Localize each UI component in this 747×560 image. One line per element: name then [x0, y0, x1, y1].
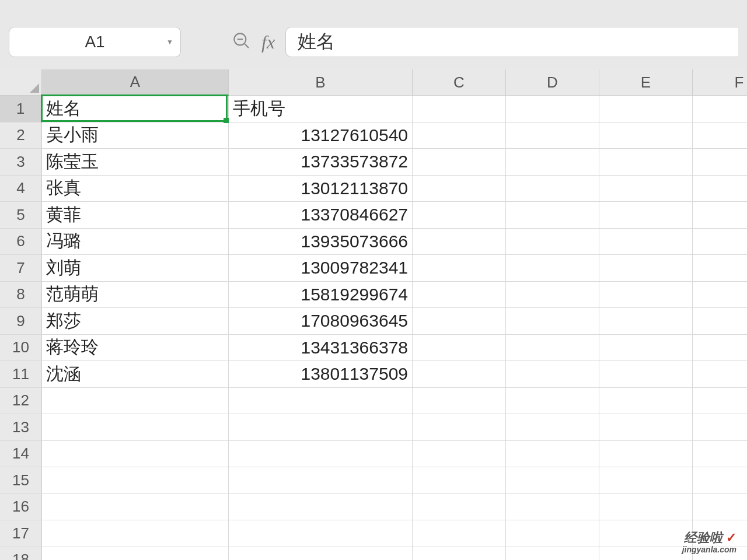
cell-F8[interactable] — [693, 282, 747, 309]
cell-D18[interactable] — [506, 547, 599, 561]
cell-B2[interactable]: 13127610540 — [229, 123, 413, 149]
cell-C12[interactable] — [413, 388, 506, 415]
cell-C8[interactable] — [413, 282, 506, 309]
cell-D17[interactable] — [506, 520, 599, 547]
cell-B7[interactable]: 13009782341 — [229, 255, 413, 282]
cell-B3[interactable]: 13733573872 — [229, 149, 413, 176]
fx-icon[interactable]: fx — [261, 32, 275, 53]
cell-B10[interactable]: 13431366378 — [229, 335, 413, 362]
cell-B17[interactable] — [229, 520, 413, 547]
cell-E14[interactable] — [599, 441, 693, 468]
cell-E11[interactable] — [599, 361, 693, 388]
cell-C6[interactable] — [413, 229, 506, 256]
cell-E6[interactable] — [599, 229, 693, 256]
cell-C3[interactable] — [413, 149, 506, 176]
cell-A16[interactable] — [42, 494, 229, 521]
cell-A17[interactable] — [42, 520, 229, 547]
cell-A1[interactable]: 姓名 — [42, 96, 229, 123]
cell-B4[interactable]: 13012113870 — [229, 176, 413, 202]
name-box[interactable]: A1 ▼ — [9, 27, 181, 57]
cell-E1[interactable] — [599, 96, 693, 123]
row-header-13[interactable]: 13 — [0, 414, 42, 441]
cell-D5[interactable] — [506, 202, 599, 229]
cell-A15[interactable] — [42, 467, 229, 494]
column-header-A[interactable]: A — [42, 69, 229, 96]
cell-A14[interactable] — [42, 441, 229, 468]
cell-F4[interactable] — [693, 176, 747, 202]
row-header-9[interactable]: 9 — [0, 308, 42, 335]
row-header-2[interactable]: 2 — [0, 123, 42, 149]
cell-C4[interactable] — [413, 176, 506, 202]
cell-B9[interactable]: 17080963645 — [229, 308, 413, 335]
cell-F2[interactable] — [693, 123, 747, 149]
cell-D16[interactable] — [506, 494, 599, 521]
cell-A5[interactable]: 黄菲 — [42, 202, 229, 229]
cell-E16[interactable] — [599, 494, 693, 521]
cell-E7[interactable] — [599, 255, 693, 282]
column-header-B[interactable]: B — [229, 69, 413, 96]
cell-C15[interactable] — [413, 467, 506, 494]
cell-F10[interactable] — [693, 335, 747, 362]
cell-C16[interactable] — [413, 494, 506, 521]
cell-D12[interactable] — [506, 388, 599, 415]
cell-F12[interactable] — [693, 388, 747, 415]
row-header-16[interactable]: 16 — [0, 494, 42, 521]
cell-C7[interactable] — [413, 255, 506, 282]
cell-B1[interactable]: 手机号 — [229, 96, 413, 123]
row-header-18[interactable]: 18 — [0, 547, 42, 561]
cell-C9[interactable] — [413, 308, 506, 335]
cell-E17[interactable] — [599, 520, 693, 547]
cell-F11[interactable] — [693, 361, 747, 388]
select-all-corner[interactable] — [0, 69, 42, 96]
cell-E3[interactable] — [599, 149, 693, 176]
cell-C2[interactable] — [413, 123, 506, 149]
cell-F9[interactable] — [693, 308, 747, 335]
row-header-15[interactable]: 15 — [0, 467, 42, 494]
cell-F13[interactable] — [693, 414, 747, 441]
row-header-7[interactable]: 7 — [0, 255, 42, 282]
row-header-8[interactable]: 8 — [0, 282, 42, 309]
column-header-F[interactable]: F — [693, 69, 747, 96]
cell-B11[interactable]: 13801137509 — [229, 361, 413, 388]
cell-B15[interactable] — [229, 467, 413, 494]
cell-F5[interactable] — [693, 202, 747, 229]
cell-C11[interactable] — [413, 361, 506, 388]
cell-D10[interactable] — [506, 335, 599, 362]
cell-F16[interactable] — [693, 494, 747, 521]
cell-D11[interactable] — [506, 361, 599, 388]
column-header-E[interactable]: E — [599, 69, 693, 96]
cell-F1[interactable] — [693, 96, 747, 123]
formula-input[interactable]: 姓名 — [285, 27, 738, 57]
cell-B8[interactable]: 15819299674 — [229, 282, 413, 309]
cell-D2[interactable] — [506, 123, 599, 149]
cell-C14[interactable] — [413, 441, 506, 468]
cell-A18[interactable] — [42, 547, 229, 561]
row-header-3[interactable]: 3 — [0, 149, 42, 176]
cell-D4[interactable] — [506, 176, 599, 202]
cell-E4[interactable] — [599, 176, 693, 202]
cell-C1[interactable] — [413, 96, 506, 123]
row-header-14[interactable]: 14 — [0, 441, 42, 468]
cell-F14[interactable] — [693, 441, 747, 468]
chevron-down-icon[interactable]: ▼ — [166, 38, 173, 46]
cell-D13[interactable] — [506, 414, 599, 441]
cell-B12[interactable] — [229, 388, 413, 415]
cell-D1[interactable] — [506, 96, 599, 123]
cell-E15[interactable] — [599, 467, 693, 494]
cell-B14[interactable] — [229, 441, 413, 468]
column-header-C[interactable]: C — [413, 69, 506, 96]
cell-F7[interactable] — [693, 255, 747, 282]
cell-D15[interactable] — [506, 467, 599, 494]
column-header-D[interactable]: D — [506, 69, 599, 96]
cell-E8[interactable] — [599, 282, 693, 309]
cell-A12[interactable] — [42, 388, 229, 415]
cell-B18[interactable] — [229, 547, 413, 561]
row-header-1[interactable]: 1 — [0, 96, 42, 123]
cell-D14[interactable] — [506, 441, 599, 468]
cell-A11[interactable]: 沈涵 — [42, 361, 229, 388]
row-header-12[interactable]: 12 — [0, 388, 42, 415]
row-header-6[interactable]: 6 — [0, 229, 42, 256]
cell-C5[interactable] — [413, 202, 506, 229]
cell-A3[interactable]: 陈莹玉 — [42, 149, 229, 176]
row-header-5[interactable]: 5 — [0, 202, 42, 229]
